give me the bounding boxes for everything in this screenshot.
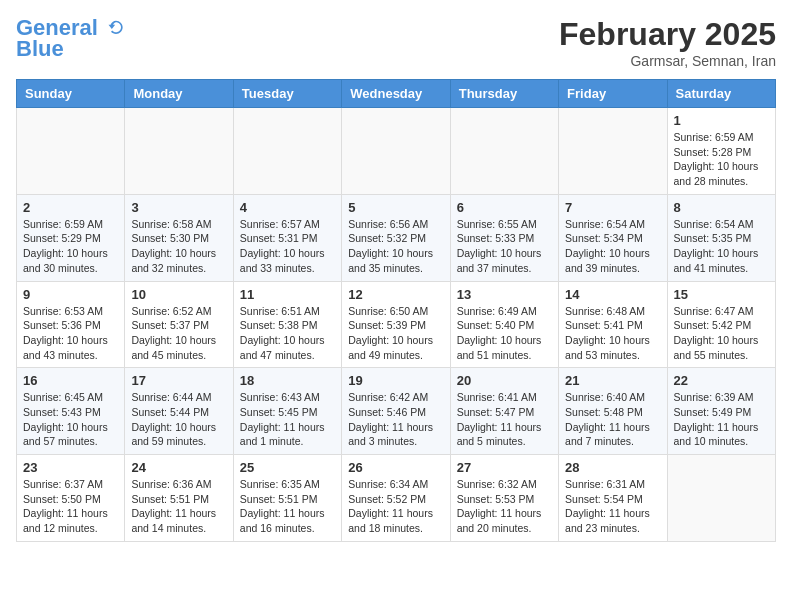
calendar-cell: 13Sunrise: 6:49 AM Sunset: 5:40 PM Dayli… <box>450 281 558 368</box>
day-number: 11 <box>240 287 335 302</box>
calendar-cell: 9Sunrise: 6:53 AM Sunset: 5:36 PM Daylig… <box>17 281 125 368</box>
day-number: 3 <box>131 200 226 215</box>
weekday-header: Monday <box>125 80 233 108</box>
day-number: 23 <box>23 460 118 475</box>
day-number: 22 <box>674 373 769 388</box>
calendar-cell <box>450 108 558 195</box>
calendar-cell: 23Sunrise: 6:37 AM Sunset: 5:50 PM Dayli… <box>17 455 125 542</box>
weekday-header: Saturday <box>667 80 775 108</box>
day-number: 4 <box>240 200 335 215</box>
title-block: February 2025 Garmsar, Semnan, Iran <box>559 16 776 69</box>
calendar-cell: 3Sunrise: 6:58 AM Sunset: 5:30 PM Daylig… <box>125 194 233 281</box>
day-number: 20 <box>457 373 552 388</box>
calendar-cell: 14Sunrise: 6:48 AM Sunset: 5:41 PM Dayli… <box>559 281 667 368</box>
day-number: 26 <box>348 460 443 475</box>
day-info: Sunrise: 6:45 AM Sunset: 5:43 PM Dayligh… <box>23 390 118 449</box>
calendar-cell: 4Sunrise: 6:57 AM Sunset: 5:31 PM Daylig… <box>233 194 341 281</box>
calendar-week-row: 9Sunrise: 6:53 AM Sunset: 5:36 PM Daylig… <box>17 281 776 368</box>
day-number: 17 <box>131 373 226 388</box>
day-info: Sunrise: 6:39 AM Sunset: 5:49 PM Dayligh… <box>674 390 769 449</box>
calendar-cell: 8Sunrise: 6:54 AM Sunset: 5:35 PM Daylig… <box>667 194 775 281</box>
calendar-cell: 12Sunrise: 6:50 AM Sunset: 5:39 PM Dayli… <box>342 281 450 368</box>
calendar-cell: 6Sunrise: 6:55 AM Sunset: 5:33 PM Daylig… <box>450 194 558 281</box>
month-title: February 2025 <box>559 16 776 53</box>
day-number: 14 <box>565 287 660 302</box>
day-info: Sunrise: 6:57 AM Sunset: 5:31 PM Dayligh… <box>240 217 335 276</box>
day-number: 5 <box>348 200 443 215</box>
calendar-cell: 5Sunrise: 6:56 AM Sunset: 5:32 PM Daylig… <box>342 194 450 281</box>
day-info: Sunrise: 6:53 AM Sunset: 5:36 PM Dayligh… <box>23 304 118 363</box>
day-info: Sunrise: 6:43 AM Sunset: 5:45 PM Dayligh… <box>240 390 335 449</box>
weekday-header: Thursday <box>450 80 558 108</box>
weekday-header: Sunday <box>17 80 125 108</box>
day-info: Sunrise: 6:54 AM Sunset: 5:34 PM Dayligh… <box>565 217 660 276</box>
calendar-header-row: SundayMondayTuesdayWednesdayThursdayFrid… <box>17 80 776 108</box>
weekday-header: Friday <box>559 80 667 108</box>
day-info: Sunrise: 6:51 AM Sunset: 5:38 PM Dayligh… <box>240 304 335 363</box>
day-number: 18 <box>240 373 335 388</box>
page-header: General Blue February 2025 Garmsar, Semn… <box>16 16 776 69</box>
location-subtitle: Garmsar, Semnan, Iran <box>559 53 776 69</box>
day-number: 19 <box>348 373 443 388</box>
calendar-cell: 1Sunrise: 6:59 AM Sunset: 5:28 PM Daylig… <box>667 108 775 195</box>
day-info: Sunrise: 6:47 AM Sunset: 5:42 PM Dayligh… <box>674 304 769 363</box>
calendar-cell <box>667 455 775 542</box>
day-number: 1 <box>674 113 769 128</box>
day-number: 28 <box>565 460 660 475</box>
day-info: Sunrise: 6:32 AM Sunset: 5:53 PM Dayligh… <box>457 477 552 536</box>
calendar-cell: 26Sunrise: 6:34 AM Sunset: 5:52 PM Dayli… <box>342 455 450 542</box>
calendar-cell <box>342 108 450 195</box>
day-number: 7 <box>565 200 660 215</box>
day-info: Sunrise: 6:37 AM Sunset: 5:50 PM Dayligh… <box>23 477 118 536</box>
day-info: Sunrise: 6:49 AM Sunset: 5:40 PM Dayligh… <box>457 304 552 363</box>
logo: General Blue <box>16 16 126 62</box>
calendar-week-row: 16Sunrise: 6:45 AM Sunset: 5:43 PM Dayli… <box>17 368 776 455</box>
day-info: Sunrise: 6:58 AM Sunset: 5:30 PM Dayligh… <box>131 217 226 276</box>
day-info: Sunrise: 6:42 AM Sunset: 5:46 PM Dayligh… <box>348 390 443 449</box>
day-number: 12 <box>348 287 443 302</box>
calendar-cell: 25Sunrise: 6:35 AM Sunset: 5:51 PM Dayli… <box>233 455 341 542</box>
weekday-header: Wednesday <box>342 80 450 108</box>
calendar-week-row: 23Sunrise: 6:37 AM Sunset: 5:50 PM Dayli… <box>17 455 776 542</box>
calendar-cell: 28Sunrise: 6:31 AM Sunset: 5:54 PM Dayli… <box>559 455 667 542</box>
day-info: Sunrise: 6:36 AM Sunset: 5:51 PM Dayligh… <box>131 477 226 536</box>
day-info: Sunrise: 6:34 AM Sunset: 5:52 PM Dayligh… <box>348 477 443 536</box>
day-info: Sunrise: 6:31 AM Sunset: 5:54 PM Dayligh… <box>565 477 660 536</box>
day-number: 2 <box>23 200 118 215</box>
day-number: 9 <box>23 287 118 302</box>
calendar-cell: 15Sunrise: 6:47 AM Sunset: 5:42 PM Dayli… <box>667 281 775 368</box>
day-info: Sunrise: 6:50 AM Sunset: 5:39 PM Dayligh… <box>348 304 443 363</box>
day-info: Sunrise: 6:55 AM Sunset: 5:33 PM Dayligh… <box>457 217 552 276</box>
day-number: 25 <box>240 460 335 475</box>
weekday-header: Tuesday <box>233 80 341 108</box>
calendar-cell: 22Sunrise: 6:39 AM Sunset: 5:49 PM Dayli… <box>667 368 775 455</box>
calendar-cell: 27Sunrise: 6:32 AM Sunset: 5:53 PM Dayli… <box>450 455 558 542</box>
day-info: Sunrise: 6:59 AM Sunset: 5:29 PM Dayligh… <box>23 217 118 276</box>
day-info: Sunrise: 6:59 AM Sunset: 5:28 PM Dayligh… <box>674 130 769 189</box>
calendar-cell: 17Sunrise: 6:44 AM Sunset: 5:44 PM Dayli… <box>125 368 233 455</box>
day-number: 27 <box>457 460 552 475</box>
calendar-cell: 11Sunrise: 6:51 AM Sunset: 5:38 PM Dayli… <box>233 281 341 368</box>
day-info: Sunrise: 6:44 AM Sunset: 5:44 PM Dayligh… <box>131 390 226 449</box>
calendar-cell: 24Sunrise: 6:36 AM Sunset: 5:51 PM Dayli… <box>125 455 233 542</box>
day-number: 13 <box>457 287 552 302</box>
calendar-cell: 20Sunrise: 6:41 AM Sunset: 5:47 PM Dayli… <box>450 368 558 455</box>
calendar-week-row: 1Sunrise: 6:59 AM Sunset: 5:28 PM Daylig… <box>17 108 776 195</box>
calendar-cell: 18Sunrise: 6:43 AM Sunset: 5:45 PM Dayli… <box>233 368 341 455</box>
calendar-cell: 10Sunrise: 6:52 AM Sunset: 5:37 PM Dayli… <box>125 281 233 368</box>
calendar-cell: 21Sunrise: 6:40 AM Sunset: 5:48 PM Dayli… <box>559 368 667 455</box>
day-number: 15 <box>674 287 769 302</box>
calendar-cell: 2Sunrise: 6:59 AM Sunset: 5:29 PM Daylig… <box>17 194 125 281</box>
day-info: Sunrise: 6:56 AM Sunset: 5:32 PM Dayligh… <box>348 217 443 276</box>
day-number: 16 <box>23 373 118 388</box>
day-number: 6 <box>457 200 552 215</box>
day-info: Sunrise: 6:52 AM Sunset: 5:37 PM Dayligh… <box>131 304 226 363</box>
day-number: 24 <box>131 460 226 475</box>
calendar-cell <box>17 108 125 195</box>
day-info: Sunrise: 6:41 AM Sunset: 5:47 PM Dayligh… <box>457 390 552 449</box>
calendar-cell: 7Sunrise: 6:54 AM Sunset: 5:34 PM Daylig… <box>559 194 667 281</box>
calendar-table: SundayMondayTuesdayWednesdayThursdayFrid… <box>16 79 776 542</box>
day-info: Sunrise: 6:35 AM Sunset: 5:51 PM Dayligh… <box>240 477 335 536</box>
calendar-cell <box>233 108 341 195</box>
calendar-cell: 16Sunrise: 6:45 AM Sunset: 5:43 PM Dayli… <box>17 368 125 455</box>
